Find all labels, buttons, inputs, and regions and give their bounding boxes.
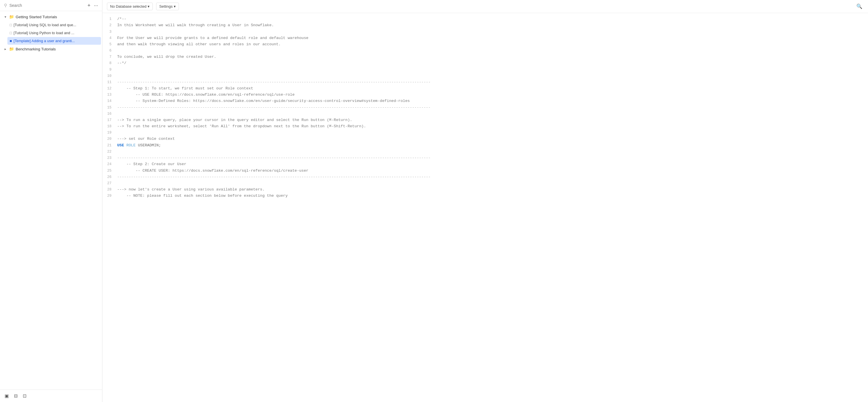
line-number: 18 (102, 123, 117, 130)
toolbar-left: No Database selected ▾ Settings ▾ (107, 3, 179, 10)
line-number: 28 (102, 186, 117, 193)
line-number: 14 (102, 98, 117, 104)
file-tutorial-python[interactable]: □ [Tutorial] Using Python to load and ..… (7, 29, 101, 37)
code-line: 20---> set our Role context (102, 136, 868, 142)
folder-icon: 📁 (9, 47, 14, 51)
bottom-icon-1[interactable]: ▣ (4, 393, 9, 399)
code-line: 7To conclude, we will drop the created U… (102, 54, 868, 60)
db-dropdown-icon: ▾ (148, 4, 150, 8)
db-selector-label: No Database selected (110, 4, 147, 8)
code-line: 24 -- Step 2: Create our User (102, 161, 868, 167)
code-line: 28---> now let's create a User using var… (102, 186, 868, 193)
bottom-icon-3[interactable]: ⊡ (22, 393, 27, 399)
file-label: [Template] Adding a user and granti... (14, 39, 75, 43)
code-line: 19 (102, 130, 868, 136)
line-content: /*-- (117, 16, 868, 22)
line-content: ----------------------------------------… (117, 79, 868, 85)
file-tutorial-sql[interactable]: □ [Tutorial] Using SQL to load and que..… (7, 21, 101, 29)
search-icon: ⚲ (4, 3, 7, 8)
line-content: -- System-Defined Roles: https://docs.sn… (117, 98, 868, 104)
code-line: 15--------------------------------------… (102, 105, 868, 111)
folder-benchmarking-header[interactable]: ► 📁 Benchmarking Tutorials (0, 45, 102, 53)
line-content: -- Step 1: To start, we first must set o… (117, 85, 868, 92)
line-content: --*/ (117, 60, 868, 66)
line-number: 21 (102, 142, 117, 149)
line-content: In this Worksheet we will walk through c… (117, 22, 868, 28)
db-selector-button[interactable]: No Database selected ▾ (107, 3, 153, 10)
line-number: 20 (102, 136, 117, 142)
line-number: 6 (102, 48, 117, 54)
line-content: -- NOTE: please fill out each section be… (117, 193, 868, 199)
main-content: No Database selected ▾ Settings ▾ 🔍 1/*-… (102, 0, 868, 402)
line-content: For the User we will provide grants to a… (117, 35, 868, 41)
search-toolbar-button[interactable]: 🔍 (855, 2, 863, 10)
code-line: 22 (102, 149, 868, 155)
line-number: 25 (102, 168, 117, 174)
line-number: 7 (102, 54, 117, 60)
folder-label: Benchmarking Tutorials (16, 47, 56, 51)
line-number: 15 (102, 105, 117, 111)
code-line: 21USE ROLE USERADMIN; (102, 142, 868, 149)
line-content: ----------------------------------------… (117, 105, 868, 111)
line-number: 22 (102, 149, 117, 155)
more-button[interactable]: ··· (94, 3, 98, 8)
code-line: 9 (102, 67, 868, 73)
line-number: 4 (102, 35, 117, 41)
folder-getting-started-header[interactable]: ▼ 📁 Getting Started Tutorials (0, 13, 102, 21)
code-line: 11--------------------------------------… (102, 79, 868, 85)
settings-label: Settings (159, 4, 173, 8)
line-content: ----------------------------------------… (117, 155, 868, 161)
search-input[interactable] (9, 3, 85, 8)
line-number: 29 (102, 193, 117, 199)
search-actions: + ··· (87, 3, 98, 8)
line-content: ---> now let's create a User using vario… (117, 186, 868, 193)
chevron-down-icon: ▼ (4, 16, 7, 19)
file-icon: ■ (10, 39, 12, 43)
line-number: 3 (102, 29, 117, 35)
line-number: 16 (102, 111, 117, 117)
code-line: 12 -- Step 1: To start, we first must se… (102, 85, 868, 92)
code-line: 2In this Worksheet we will walk through … (102, 22, 868, 28)
code-line: 29 -- NOTE: please fill out each section… (102, 193, 868, 199)
folder-getting-started: ▼ 📁 Getting Started Tutorials □ [Tutoria… (0, 13, 102, 45)
code-line: 26--------------------------------------… (102, 174, 868, 180)
code-line: 4For the User we will provide grants to … (102, 35, 868, 41)
settings-dropdown-icon: ▾ (174, 4, 176, 8)
file-icon: □ (10, 23, 12, 27)
code-line: 16 (102, 111, 868, 117)
sidebar: ⚲ + ··· ▼ 📁 Getting Started Tutorials □ … (0, 0, 102, 402)
line-content: USE ROLE USERADMIN; (117, 142, 868, 149)
code-line: 8--*/ (102, 60, 868, 66)
folder-benchmarking: ► 📁 Benchmarking Tutorials (0, 45, 102, 53)
line-number: 11 (102, 79, 117, 85)
line-number: 26 (102, 174, 117, 180)
bottom-icon-2[interactable]: ⊟ (13, 393, 18, 399)
line-content: ---> set our Role context (117, 136, 868, 142)
line-content: --> To run a single query, place your cu… (117, 117, 868, 123)
line-number: 24 (102, 161, 117, 167)
code-line: 13 -- USE ROLE: https://docs.snowflake.c… (102, 92, 868, 98)
sidebar-tree: ▼ 📁 Getting Started Tutorials □ [Tutoria… (0, 11, 102, 390)
line-number: 13 (102, 92, 117, 98)
line-number: 1 (102, 16, 117, 22)
file-template-user[interactable]: ■ [Template] Adding a user and granti... (7, 37, 101, 45)
file-icon: □ (10, 31, 12, 35)
code-line: 5and then walk through viewing all other… (102, 41, 868, 48)
code-line: 27 (102, 180, 868, 186)
line-number: 23 (102, 155, 117, 161)
line-content: ----------------------------------------… (117, 174, 868, 180)
line-content: --> To run the entire worksheet, select … (117, 123, 868, 130)
settings-button[interactable]: Settings ▾ (156, 3, 179, 10)
line-number: 2 (102, 22, 117, 28)
code-line: 6 (102, 48, 868, 54)
line-content: -- CREATE USER: https://docs.snowflake.c… (117, 168, 868, 174)
add-button[interactable]: + (87, 3, 90, 8)
code-editor[interactable]: 1/*--2In this Worksheet we will walk thr… (102, 13, 868, 402)
line-number: 12 (102, 85, 117, 92)
code-line: 23--------------------------------------… (102, 155, 868, 161)
search-bar: ⚲ + ··· (0, 0, 102, 11)
line-number: 17 (102, 117, 117, 123)
line-number: 10 (102, 73, 117, 79)
code-line: 25 -- CREATE USER: https://docs.snowflak… (102, 168, 868, 174)
code-line: 1/*-- (102, 16, 868, 22)
